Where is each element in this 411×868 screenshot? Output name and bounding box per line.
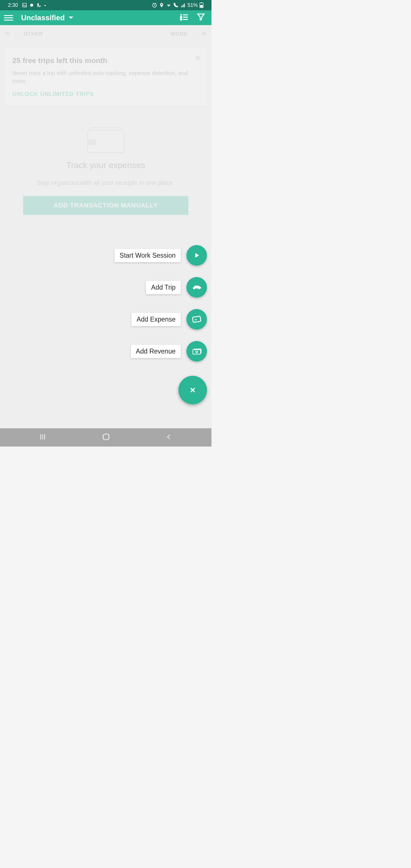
signal-icon (181, 3, 186, 8)
image-icon (22, 3, 27, 8)
money-icon (192, 347, 202, 355)
svg-rect-4 (181, 6, 181, 7)
empty-title: Track your expenses (8, 160, 203, 170)
fab-item-work-session: Start Work Session (114, 245, 207, 266)
fab-item-add-revenue: Add Revenue (131, 341, 207, 362)
svg-rect-7 (184, 3, 185, 7)
svg-rect-27 (103, 434, 109, 440)
fab-button-add-expense[interactable] (186, 309, 207, 330)
promo-title: 25 free trips left this month (12, 56, 199, 65)
svg-point-2 (30, 4, 33, 7)
swipe-row: ← OTHER WORK → (0, 25, 211, 40)
status-left: 2:30 ● (8, 2, 46, 8)
svg-rect-6 (183, 4, 184, 7)
hamburger-menu[interactable] (4, 13, 13, 22)
status-bar: 2:30 ● 51% (0, 0, 211, 10)
close-icon (189, 386, 197, 394)
svg-rect-9 (201, 2, 202, 3)
wifi-icon (166, 3, 172, 8)
svg-point-21 (196, 351, 198, 353)
svg-line-19 (195, 319, 197, 320)
play-icon (193, 251, 201, 259)
location-icon (159, 3, 164, 8)
swipe-left-label: OTHER (24, 31, 43, 37)
briefcase-icon (201, 31, 206, 37)
svg-rect-20 (193, 349, 200, 354)
list-icon[interactable] (179, 12, 189, 23)
svg-point-15 (180, 19, 182, 20)
app-bar: Unclassified (0, 10, 211, 25)
warning-icon (36, 3, 42, 8)
main-content: ← OTHER WORK → ✕ 25 free trips left this… (0, 25, 211, 428)
bulb-icon (29, 3, 34, 7)
svg-rect-18 (193, 316, 201, 322)
close-icon[interactable]: ✕ (194, 53, 201, 63)
svg-point-11 (180, 14, 182, 16)
fab-button-work-session[interactable] (186, 245, 207, 266)
promo-text: Never miss a trip with unlimited auto-tr… (12, 69, 199, 85)
dot-icon: ● (44, 4, 46, 7)
app-title-dropdown[interactable]: Unclassified (21, 13, 179, 22)
swipe-right-label: WORK (170, 31, 188, 37)
fab-label-add-expense[interactable]: Add Expense (131, 313, 181, 326)
fab-button-add-revenue[interactable] (186, 341, 207, 362)
swipe-right[interactable]: WORK → (170, 30, 206, 38)
add-transaction-button[interactable]: ADD TRANSACTION MANUALLY (23, 196, 189, 215)
nav-home[interactable] (102, 433, 110, 442)
nav-back[interactable] (165, 433, 173, 442)
svg-rect-5 (182, 5, 183, 7)
app-title-text: Unclassified (21, 13, 65, 22)
status-time: 2:30 (8, 2, 18, 8)
status-right: 51% (151, 2, 204, 8)
nav-recents[interactable] (39, 433, 47, 442)
svg-rect-0 (23, 3, 27, 7)
fab-close-button[interactable] (178, 376, 207, 404)
fab-menu: Start Work Session Add Trip Add Expense … (114, 245, 207, 404)
home-icon (5, 31, 10, 37)
arrow-left-icon: ← (14, 30, 20, 38)
fab-label-work-session[interactable]: Start Work Session (114, 249, 181, 262)
filter-icon[interactable] (197, 12, 205, 23)
fab-label-add-trip[interactable]: Add Trip (146, 281, 181, 294)
arrow-right-icon: → (191, 30, 198, 38)
battery-icon (200, 2, 204, 8)
card-icon (192, 315, 201, 323)
svg-point-13 (180, 16, 182, 18)
car-icon (192, 283, 202, 291)
alarm-icon (151, 2, 157, 8)
promo-cta-button[interactable]: UNLOCK UNLIMITED TRIPS (12, 91, 199, 97)
fab-item-add-trip: Add Trip (146, 277, 207, 298)
call-icon (173, 2, 179, 8)
promo-card: ✕ 25 free trips left this month Never mi… (5, 48, 207, 106)
chevron-down-icon (69, 17, 73, 19)
fab-item-add-expense: Add Expense (131, 309, 207, 330)
battery-text: 51% (187, 2, 198, 8)
fab-button-add-trip[interactable] (186, 277, 207, 298)
empty-state: Track your expenses Stay organized with … (0, 113, 211, 229)
swipe-left[interactable]: ← OTHER (5, 30, 43, 38)
svg-rect-10 (200, 5, 203, 8)
wallet-icon (87, 127, 124, 153)
svg-rect-17 (202, 32, 206, 35)
fab-label-add-revenue[interactable]: Add Revenue (131, 345, 181, 358)
nav-bar (0, 428, 211, 446)
svg-point-1 (23, 4, 24, 5)
empty-text: Stay organized with all your receipts in… (8, 179, 203, 187)
